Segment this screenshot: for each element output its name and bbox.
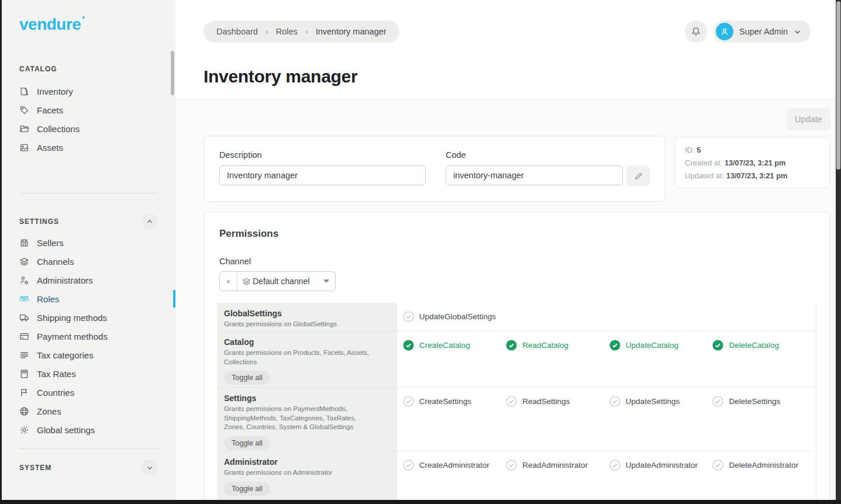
sidebar-item-roles[interactable]: Roles	[2, 289, 175, 308]
permission-readsettings[interactable]: ReadSettings	[506, 395, 609, 407]
scrollbar-thumb[interactable]	[836, 1, 840, 170]
update-button[interactable]: Update	[787, 108, 830, 130]
check-circle-icon	[403, 340, 414, 351]
calculator-icon	[19, 369, 29, 379]
layers-icon	[242, 277, 251, 286]
sidebar-item-facets[interactable]: Facets	[2, 101, 175, 119]
user-name: Super Admin	[739, 27, 788, 36]
vendure-logo[interactable]: vendure	[19, 15, 81, 34]
edit-code-button[interactable]	[626, 165, 650, 187]
chevron-right-icon: ›	[266, 27, 268, 36]
permission-createadministrator[interactable]: CreateAdministrator	[403, 459, 506, 471]
sidebar-item-shipping-methods[interactable]: Shipping methods	[2, 308, 175, 327]
group-name: GlobalSettings	[224, 309, 388, 318]
tag-icon	[19, 105, 29, 115]
toggle-all-button[interactable]: Toggle all	[224, 371, 270, 385]
breadcrumb-dashboard[interactable]: Dashboard	[216, 27, 258, 36]
description-label: Description	[219, 150, 446, 160]
sidebar-item-countries[interactable]: Countries	[2, 383, 175, 402]
user-menu[interactable]: Super Admin	[714, 20, 811, 43]
check-circle-icon	[712, 340, 723, 351]
check-circle-icon	[506, 460, 517, 471]
check-circle-icon	[712, 460, 723, 471]
user-cog-icon	[19, 275, 29, 285]
channel-selected-value: Default channel	[253, 277, 323, 286]
permission-createcatalog[interactable]: CreateCatalog	[403, 339, 506, 351]
truck-icon	[19, 313, 29, 323]
group-description: Grants permissions on PaymentMethods, Sh…	[224, 405, 371, 432]
check-circle-icon	[506, 340, 517, 351]
system-section-label: SYSTEM	[19, 464, 51, 472]
notifications-button[interactable]	[685, 20, 707, 43]
permission-updatecatalog[interactable]: UpdateCatalog	[609, 339, 713, 351]
toggle-all-button[interactable]: Toggle all	[224, 482, 270, 496]
permission-group-administrator: Administrator Grants permissions on Admi…	[217, 451, 816, 500]
user-avatar	[716, 23, 733, 40]
sidebar-item-tax-rates[interactable]: Tax Rates	[2, 364, 175, 383]
check-circle-icon	[403, 311, 414, 322]
window-scrollbar[interactable]	[836, 0, 841, 500]
group-name: Settings	[224, 393, 388, 403]
chevron-down-icon	[146, 464, 153, 471]
toggle-all-button[interactable]: Toggle all	[224, 436, 270, 450]
users-icon	[19, 294, 29, 304]
sidebar-item-inventory[interactable]: Inventory	[2, 82, 175, 101]
settings-collapse-button[interactable]	[142, 213, 158, 230]
sidebar-item-channels[interactable]: Channels	[2, 252, 175, 271]
image-icon	[19, 143, 29, 153]
code-label: Code	[446, 150, 650, 160]
permission-updateglobalsettings[interactable]: UpdateGlobalSettings	[403, 310, 506, 322]
channel-label: Channel	[219, 257, 251, 266]
breadcrumb: Dashboard › Roles › Inventory manager	[204, 20, 399, 43]
code-input[interactable]	[446, 165, 623, 185]
permissions-heading: Permissions	[219, 228, 278, 240]
remove-channel-button[interactable]: ×	[220, 272, 237, 291]
credit-card-icon	[19, 332, 29, 341]
layers-icon	[19, 257, 29, 267]
permission-deletesettings[interactable]: DeleteSettings	[712, 395, 816, 407]
permission-readadministrator[interactable]: ReadAdministrator	[506, 459, 609, 471]
group-description: Grants permissions on GlobalSettings	[224, 320, 371, 329]
pencil-icon	[634, 172, 643, 181]
flag-icon	[19, 388, 29, 398]
close-icon: ×	[226, 277, 231, 286]
breadcrumb-roles[interactable]: Roles	[276, 27, 298, 36]
settings-section-label: SETTINGS	[19, 218, 59, 226]
window-bottom-bar	[0, 500, 841, 504]
permission-updatesettings[interactable]: UpdateSettings	[609, 395, 713, 407]
entity-created-row: Created at: 13/07/23, 3:21 pm	[685, 157, 820, 170]
role-detail-form: Description Code	[204, 136, 666, 202]
sidebar-item-tax-categories[interactable]: Tax categories	[2, 346, 175, 364]
sidebar-scrollbar[interactable]	[171, 51, 174, 95]
description-input[interactable]	[219, 165, 426, 185]
globe-icon	[19, 406, 29, 416]
sidebar-item-sellers[interactable]: Sellers	[2, 233, 175, 252]
chevron-down-icon	[794, 28, 801, 36]
gear-icon	[19, 425, 29, 435]
check-circle-icon	[403, 396, 414, 407]
folder-icon	[19, 124, 29, 134]
page-title: Inventory manager	[204, 67, 357, 87]
sidebar-item-administrators[interactable]: Administrators	[2, 271, 175, 289]
list-icon	[19, 350, 29, 360]
group-name: Catalog	[224, 337, 388, 347]
group-description: Grants permissions on Products, Facets, …	[224, 348, 371, 367]
system-expand-button[interactable]	[142, 460, 158, 476]
sidebar-item-collections[interactable]: Collections	[2, 119, 175, 138]
inventory-book-icon	[19, 87, 29, 96]
check-circle-icon	[609, 460, 621, 471]
sidebar-item-global-settings[interactable]: Global settings	[2, 420, 175, 439]
permission-readcatalog[interactable]: ReadCatalog	[506, 339, 609, 351]
sidebar-item-payment-methods[interactable]: Payment methods	[2, 327, 175, 346]
permission-updateadministrator[interactable]: UpdateAdministrator	[609, 459, 713, 471]
permission-deleteadministrator[interactable]: DeleteAdministrator	[712, 459, 816, 471]
check-circle-icon	[609, 340, 621, 351]
sidebar-item-assets[interactable]: Assets	[2, 138, 175, 157]
permission-group-globalsettings: GlobalSettings Grants permissions on Glo…	[217, 303, 816, 332]
permission-createsettings[interactable]: CreateSettings	[403, 395, 506, 407]
group-name: Administrator	[224, 457, 388, 467]
permissions-table: GlobalSettings Grants permissions on Glo…	[217, 303, 816, 500]
channel-select[interactable]: × Default channel	[219, 271, 336, 291]
permission-deletecatalog[interactable]: DeleteCatalog	[712, 339, 816, 351]
sidebar-item-zones[interactable]: Zones	[2, 402, 175, 420]
